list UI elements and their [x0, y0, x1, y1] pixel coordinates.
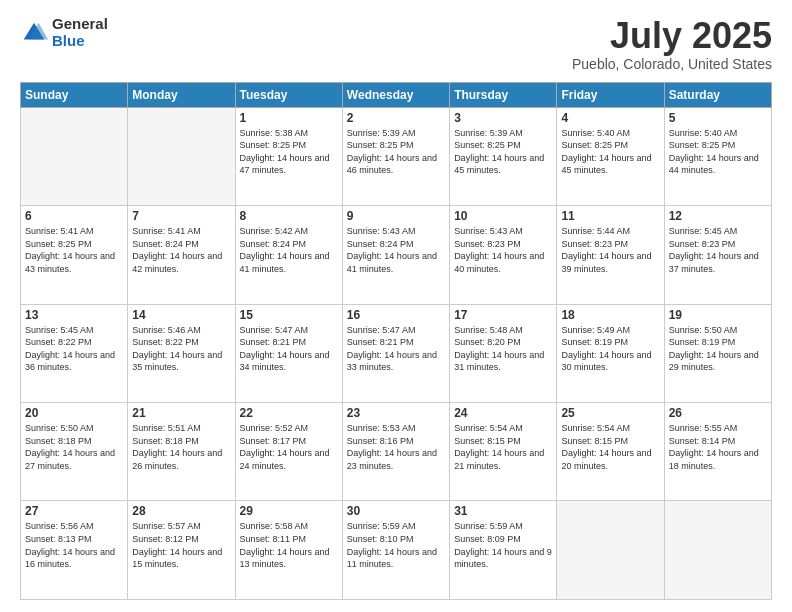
- day-detail: Sunrise: 5:46 AM Sunset: 8:22 PM Dayligh…: [132, 324, 230, 374]
- day-detail: Sunrise: 5:41 AM Sunset: 8:25 PM Dayligh…: [25, 225, 123, 275]
- day-detail: Sunrise: 5:47 AM Sunset: 8:21 PM Dayligh…: [240, 324, 338, 374]
- day-detail: Sunrise: 5:38 AM Sunset: 8:25 PM Dayligh…: [240, 127, 338, 177]
- logo: General Blue: [20, 16, 108, 49]
- calendar-cell-2-1: 6Sunrise: 5:41 AM Sunset: 8:25 PM Daylig…: [21, 206, 128, 304]
- day-detail: Sunrise: 5:39 AM Sunset: 8:25 PM Dayligh…: [347, 127, 445, 177]
- day-detail: Sunrise: 5:50 AM Sunset: 8:19 PM Dayligh…: [669, 324, 767, 374]
- header-monday: Monday: [128, 82, 235, 107]
- day-detail: Sunrise: 5:48 AM Sunset: 8:20 PM Dayligh…: [454, 324, 552, 374]
- day-number: 15: [240, 308, 338, 322]
- day-detail: Sunrise: 5:40 AM Sunset: 8:25 PM Dayligh…: [561, 127, 659, 177]
- calendar-cell-5-2: 28Sunrise: 5:57 AM Sunset: 8:12 PM Dayli…: [128, 501, 235, 600]
- calendar-cell-5-5: 31Sunrise: 5:59 AM Sunset: 8:09 PM Dayli…: [450, 501, 557, 600]
- day-number: 29: [240, 504, 338, 518]
- day-number: 13: [25, 308, 123, 322]
- logo-general: General: [52, 16, 108, 33]
- calendar-cell-1-2: [128, 107, 235, 205]
- day-detail: Sunrise: 5:54 AM Sunset: 8:15 PM Dayligh…: [561, 422, 659, 472]
- day-number: 30: [347, 504, 445, 518]
- day-detail: Sunrise: 5:58 AM Sunset: 8:11 PM Dayligh…: [240, 520, 338, 570]
- day-detail: Sunrise: 5:43 AM Sunset: 8:23 PM Dayligh…: [454, 225, 552, 275]
- day-detail: Sunrise: 5:56 AM Sunset: 8:13 PM Dayligh…: [25, 520, 123, 570]
- day-number: 2: [347, 111, 445, 125]
- day-detail: Sunrise: 5:43 AM Sunset: 8:24 PM Dayligh…: [347, 225, 445, 275]
- calendar-cell-1-5: 3Sunrise: 5:39 AM Sunset: 8:25 PM Daylig…: [450, 107, 557, 205]
- header-saturday: Saturday: [664, 82, 771, 107]
- calendar-cell-2-2: 7Sunrise: 5:41 AM Sunset: 8:24 PM Daylig…: [128, 206, 235, 304]
- day-number: 21: [132, 406, 230, 420]
- subtitle: Pueblo, Colorado, United States: [572, 56, 772, 72]
- calendar-cell-1-6: 4Sunrise: 5:40 AM Sunset: 8:25 PM Daylig…: [557, 107, 664, 205]
- calendar-cell-3-3: 15Sunrise: 5:47 AM Sunset: 8:21 PM Dayli…: [235, 304, 342, 402]
- day-number: 18: [561, 308, 659, 322]
- day-number: 8: [240, 209, 338, 223]
- calendar-week-row-3: 13Sunrise: 5:45 AM Sunset: 8:22 PM Dayli…: [21, 304, 772, 402]
- calendar-cell-2-7: 12Sunrise: 5:45 AM Sunset: 8:23 PM Dayli…: [664, 206, 771, 304]
- day-number: 14: [132, 308, 230, 322]
- calendar-cell-2-5: 10Sunrise: 5:43 AM Sunset: 8:23 PM Dayli…: [450, 206, 557, 304]
- calendar-cell-2-6: 11Sunrise: 5:44 AM Sunset: 8:23 PM Dayli…: [557, 206, 664, 304]
- day-number: 4: [561, 111, 659, 125]
- day-detail: Sunrise: 5:53 AM Sunset: 8:16 PM Dayligh…: [347, 422, 445, 472]
- header-friday: Friday: [557, 82, 664, 107]
- day-detail: Sunrise: 5:41 AM Sunset: 8:24 PM Dayligh…: [132, 225, 230, 275]
- day-number: 7: [132, 209, 230, 223]
- calendar-cell-3-7: 19Sunrise: 5:50 AM Sunset: 8:19 PM Dayli…: [664, 304, 771, 402]
- calendar-cell-3-4: 16Sunrise: 5:47 AM Sunset: 8:21 PM Dayli…: [342, 304, 449, 402]
- day-number: 9: [347, 209, 445, 223]
- calendar-cell-1-3: 1Sunrise: 5:38 AM Sunset: 8:25 PM Daylig…: [235, 107, 342, 205]
- calendar-cell-2-4: 9Sunrise: 5:43 AM Sunset: 8:24 PM Daylig…: [342, 206, 449, 304]
- logo-icon: [20, 19, 48, 47]
- calendar-week-row-2: 6Sunrise: 5:41 AM Sunset: 8:25 PM Daylig…: [21, 206, 772, 304]
- day-detail: Sunrise: 5:39 AM Sunset: 8:25 PM Dayligh…: [454, 127, 552, 177]
- day-detail: Sunrise: 5:50 AM Sunset: 8:18 PM Dayligh…: [25, 422, 123, 472]
- calendar-cell-2-3: 8Sunrise: 5:42 AM Sunset: 8:24 PM Daylig…: [235, 206, 342, 304]
- day-number: 17: [454, 308, 552, 322]
- calendar-cell-1-4: 2Sunrise: 5:39 AM Sunset: 8:25 PM Daylig…: [342, 107, 449, 205]
- day-number: 22: [240, 406, 338, 420]
- calendar-cell-5-1: 27Sunrise: 5:56 AM Sunset: 8:13 PM Dayli…: [21, 501, 128, 600]
- day-detail: Sunrise: 5:45 AM Sunset: 8:23 PM Dayligh…: [669, 225, 767, 275]
- day-detail: Sunrise: 5:49 AM Sunset: 8:19 PM Dayligh…: [561, 324, 659, 374]
- day-number: 26: [669, 406, 767, 420]
- calendar-cell-5-7: [664, 501, 771, 600]
- day-detail: Sunrise: 5:59 AM Sunset: 8:10 PM Dayligh…: [347, 520, 445, 570]
- day-number: 20: [25, 406, 123, 420]
- day-detail: Sunrise: 5:57 AM Sunset: 8:12 PM Dayligh…: [132, 520, 230, 570]
- logo-blue: Blue: [52, 33, 108, 50]
- logo-text: General Blue: [52, 16, 108, 49]
- calendar-cell-5-6: [557, 501, 664, 600]
- calendar-cell-5-3: 29Sunrise: 5:58 AM Sunset: 8:11 PM Dayli…: [235, 501, 342, 600]
- calendar-cell-3-2: 14Sunrise: 5:46 AM Sunset: 8:22 PM Dayli…: [128, 304, 235, 402]
- day-number: 25: [561, 406, 659, 420]
- day-number: 27: [25, 504, 123, 518]
- calendar-cell-4-3: 22Sunrise: 5:52 AM Sunset: 8:17 PM Dayli…: [235, 403, 342, 501]
- day-detail: Sunrise: 5:47 AM Sunset: 8:21 PM Dayligh…: [347, 324, 445, 374]
- day-number: 1: [240, 111, 338, 125]
- day-detail: Sunrise: 5:52 AM Sunset: 8:17 PM Dayligh…: [240, 422, 338, 472]
- page: General Blue July 2025 Pueblo, Colorado,…: [0, 0, 792, 612]
- day-number: 12: [669, 209, 767, 223]
- day-number: 11: [561, 209, 659, 223]
- header-sunday: Sunday: [21, 82, 128, 107]
- calendar-table: Sunday Monday Tuesday Wednesday Thursday…: [20, 82, 772, 600]
- calendar-cell-4-2: 21Sunrise: 5:51 AM Sunset: 8:18 PM Dayli…: [128, 403, 235, 501]
- calendar-cell-1-7: 5Sunrise: 5:40 AM Sunset: 8:25 PM Daylig…: [664, 107, 771, 205]
- calendar-header-row: Sunday Monday Tuesday Wednesday Thursday…: [21, 82, 772, 107]
- calendar-week-row-5: 27Sunrise: 5:56 AM Sunset: 8:13 PM Dayli…: [21, 501, 772, 600]
- calendar-cell-4-7: 26Sunrise: 5:55 AM Sunset: 8:14 PM Dayli…: [664, 403, 771, 501]
- day-number: 31: [454, 504, 552, 518]
- calendar-cell-3-5: 17Sunrise: 5:48 AM Sunset: 8:20 PM Dayli…: [450, 304, 557, 402]
- calendar-cell-4-6: 25Sunrise: 5:54 AM Sunset: 8:15 PM Dayli…: [557, 403, 664, 501]
- day-number: 23: [347, 406, 445, 420]
- main-title: July 2025: [572, 16, 772, 56]
- day-detail: Sunrise: 5:42 AM Sunset: 8:24 PM Dayligh…: [240, 225, 338, 275]
- calendar-cell-4-4: 23Sunrise: 5:53 AM Sunset: 8:16 PM Dayli…: [342, 403, 449, 501]
- calendar-cell-4-1: 20Sunrise: 5:50 AM Sunset: 8:18 PM Dayli…: [21, 403, 128, 501]
- day-number: 3: [454, 111, 552, 125]
- day-detail: Sunrise: 5:45 AM Sunset: 8:22 PM Dayligh…: [25, 324, 123, 374]
- day-number: 28: [132, 504, 230, 518]
- calendar-cell-5-4: 30Sunrise: 5:59 AM Sunset: 8:10 PM Dayli…: [342, 501, 449, 600]
- day-number: 6: [25, 209, 123, 223]
- day-detail: Sunrise: 5:59 AM Sunset: 8:09 PM Dayligh…: [454, 520, 552, 570]
